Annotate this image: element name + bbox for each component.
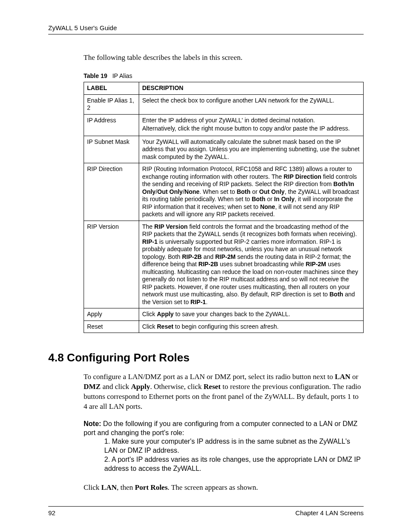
intro-paragraph: The following table describes the labels… <box>84 53 364 62</box>
page-footer: 92 Chapter 4 LAN Screens <box>48 506 364 516</box>
running-header: ZyWALL 5 User's Guide <box>48 24 364 34</box>
cell-description: Your ZyWALL will automatically calculate… <box>139 136 364 163</box>
cell-label: Apply <box>84 308 139 321</box>
col-header-description: DESCRIPTION <box>139 82 364 95</box>
page-number: 92 <box>48 509 56 516</box>
table-caption-name: IP Alias <box>112 72 132 79</box>
cell-description: RIP (Routing Information Protocol, RFC10… <box>139 163 364 221</box>
body-paragraph: Click LAN, then Port Roles. The screen a… <box>84 483 364 493</box>
ip-alias-table: LABEL DESCRIPTION Enable IP Alias 1, 2 S… <box>84 82 364 333</box>
note-line-2: 2. A port's IP address varies as its rol… <box>84 455 364 473</box>
cell-label: Enable IP Alias 1, 2 <box>84 94 139 114</box>
cell-description: Click Reset to begin configuring this sc… <box>139 320 364 333</box>
section-heading: 4.8 Configuring Port Roles <box>48 351 364 364</box>
table-row: IP Subnet Mask Your ZyWALL will automati… <box>84 136 364 163</box>
table-row: IP Address Enter the IP address of your … <box>84 114 364 136</box>
table-caption-number: Table 19 <box>84 72 107 79</box>
table-row: RIP Direction RIP (Routing Information P… <box>84 163 364 221</box>
note-label: Note: <box>84 420 101 427</box>
table-caption: Table 19 IP Alias <box>84 72 364 79</box>
table-row: Reset Click Reset to begin configuring t… <box>84 320 364 333</box>
cell-description: Select the check box to configure anothe… <box>139 94 364 114</box>
body-paragraph: To configure a LAN/DMZ port as a LAN or … <box>84 372 364 412</box>
table-row: RIP Version The RIP Version field contro… <box>84 221 364 308</box>
note-block: Note: Do the following if you are config… <box>84 420 364 473</box>
table-header-row: LABEL DESCRIPTION <box>84 82 364 95</box>
note-lead-text: Do the following if you are configuring … <box>84 420 358 436</box>
table-row: Enable IP Alias 1, 2 Select the check bo… <box>84 94 364 114</box>
cell-description: The RIP Version field controls the forma… <box>139 221 364 308</box>
cell-label: RIP Direction <box>84 163 139 221</box>
cell-description: Click Apply to save your changes back to… <box>139 308 364 321</box>
cell-label: Reset <box>84 320 139 333</box>
cell-description: Enter the IP address of your ZyWALL' in … <box>139 114 364 136</box>
cell-label: IP Address <box>84 114 139 136</box>
cell-label: RIP Version <box>84 221 139 308</box>
cell-label: IP Subnet Mask <box>84 136 139 163</box>
note-line-1: 1. Make sure your computer's IP address … <box>84 437 364 455</box>
table-row: Apply Click Apply to save your changes b… <box>84 308 364 321</box>
chapter-label: Chapter 4 LAN Screens <box>296 509 364 516</box>
col-header-label: LABEL <box>84 82 139 95</box>
page: ZyWALL 5 User's Guide The following tabl… <box>0 0 411 532</box>
